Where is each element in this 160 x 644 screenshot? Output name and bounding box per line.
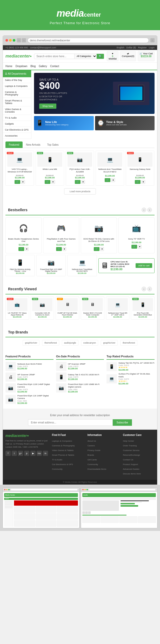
menu-item-contact[interactable]: Contact: [50, 63, 59, 70]
brand-logo-graphicriver2[interactable]: graphicriver: [101, 340, 118, 346]
load-more-btn[interactable]: Load more products: [64, 188, 96, 195]
menu-item-gallery[interactable]: Gallery: [39, 63, 47, 70]
mini-url-bar[interactable]: [10, 488, 78, 491]
sidebar-cameras[interactable]: Cameras & Photography: [3, 89, 31, 98]
footer-link-community[interactable]: Community: [52, 468, 62, 470]
headphones-wish-btn[interactable]: ♥: [25, 247, 29, 251]
sidebar-gadgets[interactable]: Gadgets: [3, 121, 31, 127]
footer-link-about[interactable]: About Us: [88, 440, 96, 442]
footer-link-contact[interactable]: Contact Us: [123, 459, 133, 461]
recently-next-btn[interactable]: ›: [147, 287, 152, 291]
brand-logo-themeforest2[interactable]: themeforest: [120, 340, 137, 346]
headphones-cart-btn[interactable]: 🛒: [18, 247, 24, 251]
tv-cart-btn[interactable]: 🛒: [131, 245, 137, 249]
tab-top-sales[interactable]: Top Sales: [44, 141, 62, 148]
footer-link-brands[interactable]: Brands: [88, 454, 94, 456]
add-to-cart-btn[interactable]: 🛒: [75, 180, 81, 184]
footer-link-car[interactable]: Car Electronics & GPS: [52, 463, 73, 466]
wishlist-btn[interactable]: ♥: [81, 180, 85, 184]
brand-logo-audiojungle[interactable]: audiojungle: [62, 340, 78, 346]
browser-url-bar[interactable]: demo.themeforest.net/mediacenter: [28, 38, 149, 43]
footer-link-discuss[interactable]: Discuss items Here: [123, 473, 141, 475]
browser-dot-yellow[interactable]: [9, 39, 12, 42]
footer-link-service[interactable]: Customer Service: [123, 449, 139, 452]
recently-prev-btn[interactable]: ‹: [142, 287, 146, 291]
cpu-add-to-cart-btn[interactable]: Add to cart: [136, 263, 152, 268]
topbar-currency[interactable]: Dollar ($): [126, 46, 136, 49]
browser-back-btn[interactable]: ‹: [17, 38, 21, 42]
newsletter-subscribe-btn[interactable]: Subscribe: [113, 419, 132, 426]
sidebar-laptops[interactable]: Laptops & Computers: [3, 83, 31, 89]
wishlist-item[interactable]: ♥ 0 Wishlist: [107, 51, 118, 61]
sidebar-accessories[interactable]: Accessories: [3, 133, 31, 139]
bestsellers-next-btn[interactable]: ›: [147, 208, 152, 212]
footer-link-returns[interactable]: Returns/Exchange: [123, 454, 140, 456]
tab-new-arrivals[interactable]: New Arrivals: [23, 141, 44, 148]
bestsellers-prev-btn[interactable]: ‹: [142, 208, 146, 212]
footer-link-careers[interactable]: Careers: [88, 445, 95, 447]
footer-link-tracking[interactable]: Order Tracking: [123, 445, 137, 447]
social-rss-icon[interactable]: rss: [37, 451, 42, 456]
sidebar-sales[interactable]: Sales of the Day: [3, 77, 31, 83]
search-input[interactable]: [34, 54, 74, 59]
social-linkedin-icon[interactable]: in: [43, 451, 48, 456]
menu-item-dropdown[interactable]: Dropdown: [16, 63, 28, 70]
sidebar-games[interactable]: Video Games & Consoles: [3, 106, 31, 115]
footer-link-gift[interactable]: Gift Cards: [88, 459, 97, 461]
footer-link-help[interactable]: Help Center: [123, 440, 134, 442]
sidebar-phones[interactable]: Smart Phones & Tablets: [3, 98, 31, 106]
add-to-cart-btn[interactable]: 🛒: [45, 180, 50, 184]
menu-item-blog[interactable]: Blog: [30, 63, 36, 70]
add-to-cart-btn[interactable]: 🛒: [135, 180, 141, 184]
browser-dot-green[interactable]: [13, 39, 15, 42]
camera-wish-btn[interactable]: ♥: [100, 247, 104, 251]
add-to-cart-btn[interactable]: 🛒: [15, 180, 20, 184]
camera-cart-btn[interactable]: 🛒: [94, 247, 99, 251]
footer-link-tv[interactable]: TV & Audio: [52, 459, 62, 461]
tab-featured[interactable]: Featured: [5, 141, 23, 148]
footer-link-privacy[interactable]: Privacy Guide: [88, 449, 101, 452]
playstation-wish-btn[interactable]: ♥: [63, 247, 66, 251]
all-departments-btn[interactable]: ☰ All Departments: [3, 70, 31, 77]
footer-link-guides[interactable]: Advanced Guides: [123, 468, 139, 470]
social-pinterest-icon[interactable]: p: [24, 451, 29, 456]
add-to-cart-btn[interactable]: 🛒: [105, 178, 110, 182]
footer-link-downloads[interactable]: Downloadable Items: [88, 468, 106, 470]
footer-link-phones[interactable]: Smart Phones & Tablets: [52, 454, 74, 456]
wishlist-btn[interactable]: ♥: [21, 180, 25, 184]
browser-forward-btn[interactable]: ›: [22, 38, 26, 42]
sidebar-car[interactable]: Car Electronics & GPS: [3, 127, 31, 133]
wishlist-btn[interactable]: ♥: [141, 180, 145, 184]
brand-logo-codecanyon[interactable]: codecanyon: [81, 340, 98, 346]
footer-link-laptops[interactable]: Laptops & Computers: [52, 440, 72, 442]
brand-logo-graphicriver[interactable]: graphicriver: [23, 340, 39, 346]
topbar-login[interactable]: Login: [149, 46, 155, 49]
banner-shop-now-btn[interactable]: Shop Now: [39, 104, 56, 109]
wishlist-btn[interactable]: ♥: [51, 180, 55, 184]
social-facebook-icon[interactable]: f: [5, 451, 11, 456]
tv-wish-btn[interactable]: ♥: [138, 245, 142, 249]
brand-logo-themeforest[interactable]: themeforest: [42, 340, 59, 346]
social-google-icon[interactable]: g+: [18, 451, 23, 456]
footer-link-support[interactable]: Product Support: [123, 463, 138, 466]
footer-link-community2[interactable]: Community: [88, 463, 98, 466]
mini-url-bar[interactable]: [89, 488, 156, 491]
mini-product-box: [36, 520, 57, 527]
newsletter-email-input[interactable]: [28, 419, 113, 426]
social-twitter-icon[interactable]: t: [12, 451, 17, 456]
topbar-register[interactable]: Register: [138, 46, 147, 49]
menu-item-home[interactable]: Home: [5, 63, 12, 70]
playstation-cart-btn[interactable]: 🛒: [56, 247, 62, 251]
search-button[interactable]: 🔍: [97, 54, 104, 59]
browser-settings-btn[interactable]: ⋮: [150, 38, 155, 42]
footer-link-cameras[interactable]: Cameras & Photography: [52, 445, 75, 447]
browser-dot-red[interactable]: [5, 39, 8, 42]
topbar-language[interactable]: English: [117, 46, 124, 49]
category-select[interactable]: All Categories: [74, 54, 97, 59]
social-youtube-icon[interactable]: ▶: [30, 451, 36, 456]
compare-item[interactable]: ⇄ Compare(0): [120, 51, 136, 61]
footer-link-games[interactable]: Video Games & Tablets: [52, 449, 74, 452]
sidebar-tv[interactable]: TV & Audio: [3, 115, 31, 121]
wishlist-btn[interactable]: ♥: [111, 178, 115, 182]
cart-total[interactable]: 🛒 Your Cart $3219.00: [138, 51, 155, 61]
